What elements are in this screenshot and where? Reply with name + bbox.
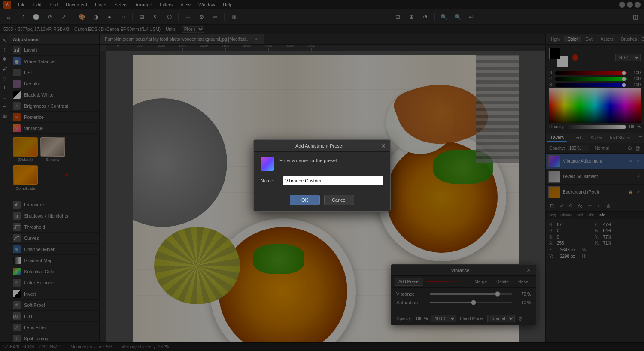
dialog-description: Enter a name for the preset	[279, 157, 337, 164]
dialog-overlay[interactable]: Add Adjustment Preset ✕ Enter a name for…	[0, 0, 644, 351]
dialog-name-input[interactable]	[283, 176, 383, 185]
dialog-footer: OK Cancel	[254, 191, 390, 211]
dialog-icon-row: Enter a name for the preset	[261, 157, 383, 171]
dialog-body: Enter a name for the preset Name:	[254, 152, 390, 191]
add-preset-dialog: Add Adjustment Preset ✕ Enter a name for…	[253, 139, 391, 212]
dialog-header: Add Adjustment Preset ✕	[254, 140, 390, 152]
dialog-preset-icon	[261, 157, 274, 171]
dialog-cancel-button[interactable]: Cancel	[324, 195, 354, 205]
dialog-field-row: Name:	[261, 176, 383, 185]
dialog-name-label: Name:	[261, 178, 279, 183]
dialog-title: Add Adjustment Preset	[258, 143, 381, 148]
dialog-ok-button[interactable]: OK	[290, 195, 320, 205]
dialog-close-icon[interactable]: ✕	[381, 142, 386, 149]
